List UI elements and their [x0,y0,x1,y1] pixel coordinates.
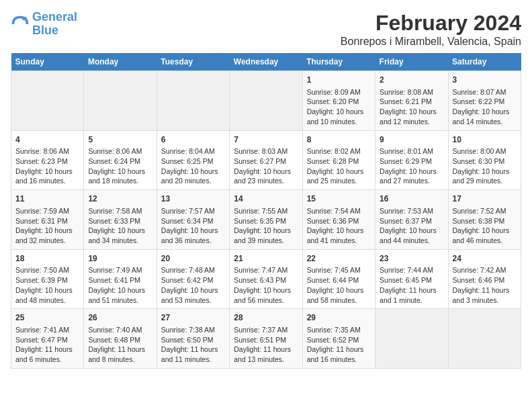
day-info: Sunrise: 7:37 AM Sunset: 6:51 PM Dayligh… [234,325,298,365]
calendar-cell: 15Sunrise: 7:54 AM Sunset: 6:36 PM Dayli… [302,190,375,250]
day-number: 2 [380,75,443,86]
day-info: Sunrise: 8:01 AM Sunset: 6:29 PM Dayligh… [380,146,443,186]
day-info: Sunrise: 7:50 AM Sunset: 6:39 PM Dayligh… [15,265,79,305]
day-number: 25 [15,312,79,324]
day-number: 27 [161,312,225,324]
day-info: Sunrise: 8:06 AM Sunset: 6:24 PM Dayligh… [88,146,152,186]
calendar-cell: 25Sunrise: 7:41 AM Sunset: 6:47 PM Dayli… [11,309,84,369]
day-number: 14 [234,193,298,205]
day-number: 23 [380,253,443,265]
calendar-cell: 17Sunrise: 7:52 AM Sunset: 6:38 PM Dayli… [448,190,521,250]
day-info: Sunrise: 8:06 AM Sunset: 6:23 PM Dayligh… [15,146,79,186]
day-info: Sunrise: 7:54 AM Sunset: 6:36 PM Dayligh… [307,206,371,246]
day-info: Sunrise: 7:35 AM Sunset: 6:52 PM Dayligh… [307,325,371,365]
calendar-cell: 4Sunrise: 8:06 AM Sunset: 6:23 PM Daylig… [11,130,84,190]
calendar-cell: 10Sunrise: 8:00 AM Sunset: 6:30 PM Dayli… [448,130,521,190]
weekday-header-friday: Friday [375,53,448,71]
day-number: 5 [88,134,152,146]
day-number: 28 [234,312,298,324]
day-info: Sunrise: 7:44 AM Sunset: 6:45 PM Dayligh… [380,265,443,305]
day-number: 12 [88,193,152,205]
calendar-cell: 9Sunrise: 8:01 AM Sunset: 6:29 PM Daylig… [375,130,448,190]
day-info: Sunrise: 8:00 AM Sunset: 6:30 PM Dayligh… [453,146,517,186]
day-number: 6 [161,134,225,146]
day-info: Sunrise: 7:58 AM Sunset: 6:33 PM Dayligh… [88,206,152,246]
day-number: 22 [307,253,371,265]
calendar-body: 1Sunrise: 8:09 AM Sunset: 6:20 PM Daylig… [11,71,521,369]
title-block: February 2024 Bonrepos i Mirambell, Vale… [341,11,521,48]
day-number: 20 [161,253,225,265]
day-number: 7 [234,134,298,146]
calendar-cell: 2Sunrise: 8:08 AM Sunset: 6:21 PM Daylig… [375,71,448,131]
day-number: 11 [15,193,79,205]
day-info: Sunrise: 7:48 AM Sunset: 6:42 PM Dayligh… [161,265,225,305]
day-info: Sunrise: 7:47 AM Sunset: 6:43 PM Dayligh… [234,265,298,305]
calendar-week-4: 18Sunrise: 7:50 AM Sunset: 6:39 PM Dayli… [11,249,521,309]
calendar-cell: 7Sunrise: 8:03 AM Sunset: 6:27 PM Daylig… [230,130,302,190]
calendar-cell: 18Sunrise: 7:50 AM Sunset: 6:39 PM Dayli… [11,249,84,309]
calendar-cell: 29Sunrise: 7:35 AM Sunset: 6:52 PM Dayli… [302,309,375,369]
calendar-cell: 14Sunrise: 7:55 AM Sunset: 6:35 PM Dayli… [230,190,302,250]
day-number: 18 [15,253,79,265]
calendar-table: SundayMondayTuesdayWednesdayThursdayFrid… [11,53,521,369]
page-header: General Blue February 2024 Bonrepos i Mi… [11,11,521,48]
calendar-cell: 1Sunrise: 8:09 AM Sunset: 6:20 PM Daylig… [302,71,375,131]
weekday-header-wednesday: Wednesday [230,53,302,71]
day-number: 4 [15,134,79,146]
day-info: Sunrise: 7:55 AM Sunset: 6:35 PM Dayligh… [234,206,298,246]
weekday-header-sunday: Sunday [11,53,84,71]
calendar-cell: 3Sunrise: 8:07 AM Sunset: 6:22 PM Daylig… [448,71,521,131]
day-info: Sunrise: 8:02 AM Sunset: 6:28 PM Dayligh… [307,146,371,186]
day-info: Sunrise: 7:38 AM Sunset: 6:50 PM Dayligh… [161,325,225,365]
calendar-title: February 2024 [341,11,521,36]
day-info: Sunrise: 7:53 AM Sunset: 6:37 PM Dayligh… [380,206,443,246]
calendar-cell: 26Sunrise: 7:40 AM Sunset: 6:48 PM Dayli… [84,309,157,369]
day-info: Sunrise: 7:57 AM Sunset: 6:34 PM Dayligh… [161,206,225,246]
calendar-cell: 19Sunrise: 7:49 AM Sunset: 6:41 PM Dayli… [84,249,157,309]
calendar-cell: 21Sunrise: 7:47 AM Sunset: 6:43 PM Dayli… [230,249,302,309]
calendar-week-2: 4Sunrise: 8:06 AM Sunset: 6:23 PM Daylig… [11,130,521,190]
calendar-cell: 11Sunrise: 7:59 AM Sunset: 6:31 PM Dayli… [11,190,84,250]
calendar-cell [230,71,302,131]
calendar-subtitle: Bonrepos i Mirambell, Valencia, Spain [341,36,521,48]
weekday-header-saturday: Saturday [448,53,521,71]
logo-text: General Blue [32,11,77,38]
day-number: 3 [453,75,517,86]
logo: General Blue [11,11,77,38]
day-info: Sunrise: 7:49 AM Sunset: 6:41 PM Dayligh… [88,265,152,305]
calendar-week-5: 25Sunrise: 7:41 AM Sunset: 6:47 PM Dayli… [11,309,521,369]
calendar-cell [375,309,448,369]
day-number: 1 [307,75,371,86]
day-number: 26 [88,312,152,324]
calendar-cell: 12Sunrise: 7:58 AM Sunset: 6:33 PM Dayli… [84,190,157,250]
calendar-cell [11,71,84,131]
calendar-cell [448,309,521,369]
day-number: 29 [307,312,371,324]
calendar-cell [157,71,229,131]
day-number: 9 [380,134,443,146]
day-number: 24 [453,253,517,265]
calendar-cell: 13Sunrise: 7:57 AM Sunset: 6:34 PM Dayli… [157,190,229,250]
calendar-cell: 5Sunrise: 8:06 AM Sunset: 6:24 PM Daylig… [84,130,157,190]
logo-icon [11,15,30,34]
day-number: 13 [161,193,225,205]
calendar-week-1: 1Sunrise: 8:09 AM Sunset: 6:20 PM Daylig… [11,71,521,131]
day-number: 10 [453,134,517,146]
day-info: Sunrise: 7:42 AM Sunset: 6:46 PM Dayligh… [453,265,517,305]
day-info: Sunrise: 8:07 AM Sunset: 6:22 PM Dayligh… [453,87,517,127]
calendar-cell: 6Sunrise: 8:04 AM Sunset: 6:25 PM Daylig… [157,130,229,190]
calendar-cell: 8Sunrise: 8:02 AM Sunset: 6:28 PM Daylig… [302,130,375,190]
calendar-cell: 27Sunrise: 7:38 AM Sunset: 6:50 PM Dayli… [157,309,229,369]
calendar-cell: 16Sunrise: 7:53 AM Sunset: 6:37 PM Dayli… [375,190,448,250]
day-info: Sunrise: 7:41 AM Sunset: 6:47 PM Dayligh… [15,325,79,365]
calendar-cell: 28Sunrise: 7:37 AM Sunset: 6:51 PM Dayli… [230,309,302,369]
day-number: 19 [88,253,152,265]
calendar-cell [84,71,157,131]
day-number: 17 [453,193,517,205]
day-info: Sunrise: 7:59 AM Sunset: 6:31 PM Dayligh… [15,206,79,246]
weekday-header-monday: Monday [84,53,157,71]
day-info: Sunrise: 7:40 AM Sunset: 6:48 PM Dayligh… [88,325,152,365]
calendar-cell: 22Sunrise: 7:45 AM Sunset: 6:44 PM Dayli… [302,249,375,309]
day-info: Sunrise: 7:52 AM Sunset: 6:38 PM Dayligh… [453,206,517,246]
day-info: Sunrise: 8:08 AM Sunset: 6:21 PM Dayligh… [380,87,443,127]
